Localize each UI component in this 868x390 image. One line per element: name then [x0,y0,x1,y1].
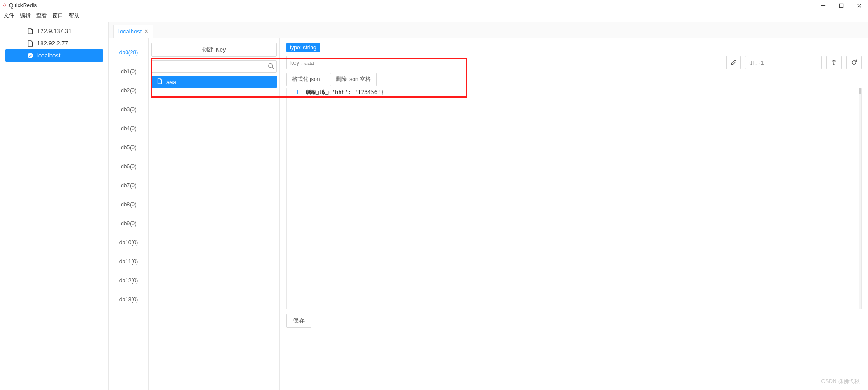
title-bar: ✈ QuickRedis [0,0,868,11]
db-item-db1[interactable]: db1(0) [109,62,148,81]
window-close-button[interactable] [853,1,865,10]
file-icon [27,28,33,34]
ttl-input[interactable] [745,57,829,68]
menu-help[interactable]: 帮助 [69,12,80,19]
refresh-button[interactable] [846,56,862,69]
strip-json-spaces-button[interactable]: 删除 json 空格 [330,73,377,86]
key-input-wrap [286,56,741,69]
db-region: db0(28) db1(0) db2(0) db3(0) db4(0) db5(… [109,38,868,390]
window-minimize-button[interactable] [816,1,829,10]
connection-tab-localhost[interactable]: localhost ✕ [113,25,153,38]
tab-close-icon[interactable]: ✕ [144,29,148,34]
db-item-db10[interactable]: db10(0) [109,233,148,252]
svg-point-5 [269,64,273,68]
edit-key-button[interactable] [726,56,740,69]
connection-label: 122.9.137.31 [37,28,71,34]
workspace: localhost ✕ db0(28) db1(0) db2(0) db3(0)… [108,22,868,390]
db-item-db7[interactable]: db7(0) [109,176,148,195]
menu-window[interactable]: 窗口 [52,12,63,19]
create-key-button[interactable]: 创建 Key [151,43,277,57]
main-region: 122.9.137.31 182.92.2.77 localhost local… [0,22,868,390]
search-icon[interactable] [268,63,274,71]
connection-label: 182.92.2.77 [37,40,68,47]
svg-rect-1 [839,4,843,7]
app-logo-icon: ✈ [3,2,7,9]
check-circle-icon [27,52,33,59]
key-name-input[interactable] [287,57,726,68]
menu-file[interactable]: 文件 [4,12,14,19]
connection-item-active[interactable]: localhost [5,49,103,62]
menu-edit[interactable]: 编辑 [20,12,31,19]
database-list[interactable]: db0(28) db1(0) db2(0) db3(0) db4(0) db5(… [109,38,149,390]
db-item-db3[interactable]: db3(0) [109,100,148,119]
file-icon [157,78,163,86]
save-button[interactable]: 保存 [286,314,311,328]
editor-minimap[interactable] [859,88,861,309]
db-item-db0[interactable]: db0(28) [109,43,148,62]
db-item-db6[interactable]: db6(0) [109,157,148,176]
editor-line-content[interactable]: ���□t�□{'hhh': '123456'} [303,88,861,96]
value-editor[interactable]: 1 ���□t�□{'hhh': '123456'} [286,88,862,309]
window-maximize-button[interactable] [835,1,847,10]
detail-pane: type: string [280,38,868,390]
db-item-db2[interactable]: db2(0) [109,81,148,100]
key-column: 创建 Key aaa [149,38,280,390]
type-tag: type: string [286,43,320,52]
connection-item[interactable]: 182.92.2.77 [5,37,103,49]
svg-point-4 [28,53,33,58]
format-json-button[interactable]: 格式化 json [286,73,326,86]
ttl-input-wrap [745,56,822,69]
svg-line-6 [272,67,274,69]
connection-item[interactable]: 122.9.137.31 [5,25,103,37]
db-item-db5[interactable]: db5(0) [109,138,148,157]
connection-tabs: localhost ✕ [109,22,868,38]
db-item-db12[interactable]: db12(0) [109,271,148,290]
db-item-db13[interactable]: db13(0) [109,290,148,309]
key-search-wrap [151,60,277,73]
delete-key-button[interactable] [826,56,842,69]
db-item-db11[interactable]: db11(0) [109,252,148,271]
db-item-db8[interactable]: db8(0) [109,195,148,214]
connection-label: localhost [37,52,60,59]
tab-label: localhost [118,28,142,35]
editor-gutter: 1 [287,88,303,96]
db-item-db9[interactable]: db9(0) [109,214,148,233]
file-icon [27,40,33,47]
key-item-label: aaa [166,79,176,86]
key-search-input[interactable] [151,60,277,73]
app-title: QuickRedis [9,2,37,9]
db-item-db4[interactable]: db4(0) [109,119,148,138]
menu-view[interactable]: 查看 [36,12,47,19]
watermark: CSDN @佛弋秋 [821,378,860,385]
key-list: aaa [149,76,279,390]
connection-sidebar: 122.9.137.31 182.92.2.77 localhost [0,22,108,390]
key-item-aaa[interactable]: aaa [151,76,277,88]
menu-bar: 文件 编辑 查看 窗口 帮助 [0,11,868,22]
